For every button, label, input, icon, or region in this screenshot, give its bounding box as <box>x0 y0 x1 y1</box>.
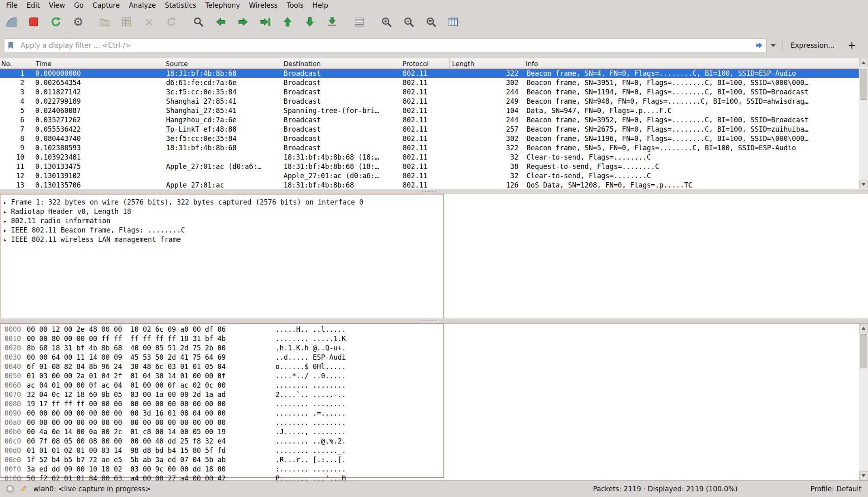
scroll-down-arrow[interactable] <box>859 471 868 480</box>
auto-scroll-button[interactable] <box>324 14 340 30</box>
detail-line[interactable]: ▸Radiotap Header v0, Length 18 <box>0 207 868 216</box>
menu-item-edit[interactable]: Edit <box>22 0 44 10</box>
capture-options-button[interactable]: ⚙ <box>70 14 86 30</box>
hex-row[interactable]: 001000 00 80 00 00 00 ff ff ff ff ff ff … <box>0 334 868 343</box>
menu-item-telephony[interactable]: Telephony <box>201 0 245 10</box>
packet-row-12[interactable]: 120.130139102Apple_27:01:ac (d0:a6:…802.… <box>0 171 868 181</box>
apply-filter-icon[interactable] <box>752 41 766 50</box>
go-to-packet-button[interactable] <box>257 14 273 30</box>
expander-triangle-icon[interactable]: ▸ <box>3 217 11 226</box>
expander-triangle-icon[interactable]: ▸ <box>3 235 11 245</box>
zoom-in-button[interactable] <box>378 14 395 30</box>
menu-item-file[interactable]: File <box>2 0 22 10</box>
scroll-down-arrow[interactable] <box>859 180 868 189</box>
column-header-proto[interactable]: Protocol <box>400 58 450 68</box>
filter-dropdown-caret[interactable] <box>767 38 780 52</box>
hex-row[interactable]: 003000 00 64 00 11 14 00 09 45 53 50 2d … <box>0 353 868 362</box>
find-packet-button[interactable] <box>190 14 207 30</box>
packet-row-8[interactable]: 80.0804437403e:f5:cc:0e:35:84Broadcast80… <box>0 134 868 143</box>
start-capture-button[interactable] <box>3 14 19 30</box>
hex-bytes: 01 01 01 02 01 00 03 14 98 d8 bd b4 15 8… <box>27 446 226 455</box>
column-header-no[interactable]: No. <box>0 58 33 68</box>
splitter-detail-bytes[interactable] <box>0 318 868 323</box>
expression-button[interactable]: Expression... <box>782 38 840 52</box>
packet-row-2[interactable]: 20.002654354d6:61:fe:cd:7a:6eBroadcast80… <box>0 78 868 87</box>
hex-row[interactable]: 00b000 4a 0e 14 00 0a 00 2c 01 c8 00 14 … <box>0 427 868 437</box>
menu-item-analyze[interactable]: Analyze <box>124 0 160 10</box>
column-header-dest[interactable]: Destination <box>281 58 400 68</box>
first-packet-button[interactable] <box>279 14 296 30</box>
hex-row[interactable]: 008019 17 ff ff ff 00 00 00 00 00 00 00 … <box>0 399 868 409</box>
menu-item-tools[interactable]: Tools <box>282 0 308 10</box>
go-back-button[interactable] <box>213 14 229 30</box>
packet-row-11[interactable]: 110.130133475Apple_27:01:ac (d0:a6:…18:3… <box>0 162 868 171</box>
detail-line[interactable]: ▸Frame 1: 322 bytes on wire (2576 bits),… <box>0 198 868 207</box>
column-header-time[interactable]: Time <box>33 58 163 68</box>
hex-row[interactable]: 007032 04 0c 12 18 60 0b 05 03 00 1a 00 … <box>0 390 868 399</box>
reload-file-button[interactable] <box>163 14 179 30</box>
expander-triangle-icon[interactable]: ▸ <box>3 198 11 207</box>
packet-row-5[interactable]: 50.024060087Shanghai_27:85:41Spanning-tr… <box>0 106 868 115</box>
column-header-info[interactable]: Info <box>523 58 868 68</box>
stop-capture-button[interactable] <box>26 14 42 30</box>
hex-row[interactable]: 00f03a ed dd 09 00 10 18 02 03 00 9c 00 … <box>0 465 868 474</box>
packet-row-6[interactable]: 60.035271262Hangzhou_cd:7a:6eBroadcast80… <box>0 115 868 125</box>
packet-row-4[interactable]: 40.022799189Shanghai_27:85:41Broadcast80… <box>0 97 868 106</box>
packet-row-10[interactable]: 100.10392348118:31:bf:4b:8b:68 (18:…802.… <box>0 153 868 162</box>
capture-file-properties-icon[interactable] <box>19 484 28 493</box>
close-file-button[interactable]: × <box>141 14 157 30</box>
scroll-thumb[interactable] <box>860 69 867 100</box>
menu-item-view[interactable]: View <box>44 0 69 10</box>
hex-row[interactable]: 010050 f2 02 01 01 84 00 03 a4 00 00 27 … <box>0 474 868 480</box>
scroll-up-arrow[interactable] <box>859 324 868 333</box>
restart-capture-button[interactable] <box>48 14 64 30</box>
open-file-button[interactable] <box>96 14 113 30</box>
hex-row[interactable]: 00d001 01 01 02 01 00 03 14 98 d8 bd b4 … <box>0 446 868 455</box>
column-header-len[interactable]: Length <box>450 58 523 68</box>
packet-row-7[interactable]: 70.055536422Tp-LinkT_ef:48:88Broadcast80… <box>0 125 868 134</box>
resize-columns-button[interactable] <box>445 14 461 30</box>
go-forward-button[interactable] <box>235 14 251 30</box>
last-packet-button[interactable] <box>302 14 318 30</box>
packet-row-3[interactable]: 30.0118271423c:f5:cc:0e:35:84Broadcast80… <box>0 87 868 97</box>
menu-item-go[interactable]: Go <box>70 0 88 10</box>
zoom-out-button[interactable] <box>401 14 417 30</box>
hex-row[interactable]: 00c000 7f 08 05 00 08 00 00 00 00 40 dd … <box>0 437 868 446</box>
expander-triangle-icon[interactable]: ▸ <box>3 226 11 235</box>
add-filter-button[interactable]: + <box>848 38 856 52</box>
splitter-list-detail[interactable] <box>0 189 868 194</box>
packet-row-9[interactable]: 90.10238859318:31:bf:4b:8b:68Broadcast80… <box>0 143 868 153</box>
detail-line[interactable]: ▸IEEE 802.11 wireless LAN management fra… <box>0 235 868 244</box>
hex-row[interactable]: 000000 00 12 00 2e 48 00 00 10 02 6c 09 … <box>0 325 868 334</box>
packet-row-1[interactable]: 10.00000000018:31:bf:4b:8b:68Broadcast80… <box>0 69 868 78</box>
detail-line[interactable]: ▸802.11 radio information <box>0 216 868 226</box>
expert-info-icon[interactable] <box>6 485 14 493</box>
filter-bookmark-icon[interactable] <box>4 41 18 50</box>
hex-row[interactable]: 00406f 01 08 82 84 8b 96 24 30 48 6c 03 … <box>0 362 868 371</box>
cell-len: 302 <box>450 78 523 87</box>
hex-row[interactable]: 009000 00 00 00 00 00 00 00 00 3d 16 01 … <box>0 409 868 418</box>
zoom-normal-button[interactable] <box>423 14 439 30</box>
menu-item-wireless[interactable]: Wireless <box>245 0 282 10</box>
hex-row[interactable]: 0060ac 04 01 00 00 0f ac 04 01 00 00 0f … <box>0 381 868 390</box>
hex-row[interactable]: 00208b 68 18 31 bf 4b 8b 68 40 00 85 51 … <box>0 343 868 353</box>
save-file-button[interactable] <box>119 14 135 30</box>
column-header-source[interactable]: Source <box>163 58 281 68</box>
hex-row[interactable]: 00e01f 52 b4 b5 b7 72 ae e5 5b ab 3a ed … <box>0 455 868 465</box>
scroll-thumb[interactable] <box>860 334 867 368</box>
bytes-scrollbar[interactable] <box>859 324 868 480</box>
hex-row[interactable]: 005001 03 00 00 2a 01 04 2f 01 04 30 14 … <box>0 371 868 381</box>
detail-line[interactable]: ▸IEEE 802.11 Beacon frame, Flags: ......… <box>0 226 868 235</box>
display-filter-field[interactable] <box>4 38 767 52</box>
profile-selector[interactable]: Profile: Default <box>810 485 862 493</box>
expander-triangle-icon[interactable]: ▸ <box>3 207 11 217</box>
colorize-button[interactable] <box>351 14 367 30</box>
hex-row[interactable]: 00a000 00 00 00 00 00 00 00 00 00 00 00 … <box>0 418 868 427</box>
display-filter-input[interactable] <box>18 41 752 49</box>
packet-list-scrollbar[interactable] <box>859 58 868 189</box>
menu-item-help[interactable]: Help <box>308 0 333 10</box>
menu-item-statistics[interactable]: Statistics <box>160 0 201 10</box>
scroll-up-arrow[interactable] <box>859 58 868 67</box>
menu-item-capture[interactable]: Capture <box>88 0 124 10</box>
cell-len: 32 <box>450 171 523 181</box>
